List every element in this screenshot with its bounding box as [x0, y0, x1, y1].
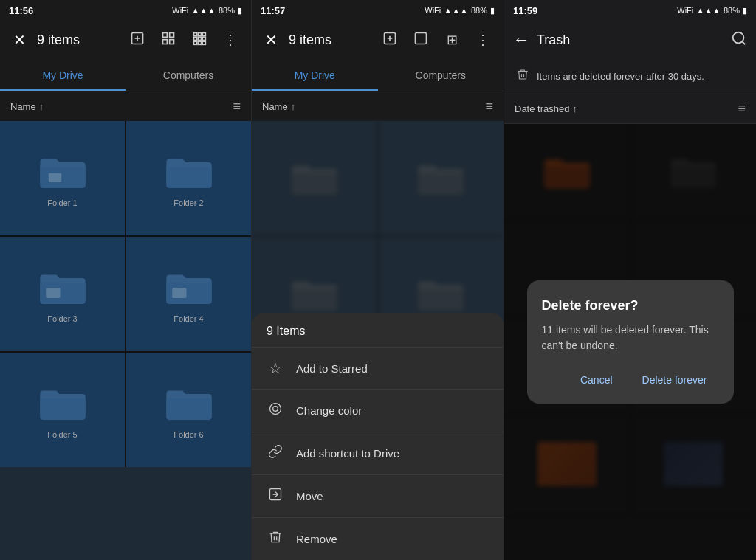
add-to-drive-icon-left[interactable] [126, 31, 149, 49]
context-menu: 9 Items ☆ Add to Starred Change color Ad… [252, 313, 504, 560]
tab-computers-middle[interactable]: Computers [378, 59, 504, 91]
wifi-icon-right: WiFi [677, 6, 693, 15]
svg-rect-9 [198, 37, 201, 40]
menu-item-remove[interactable]: Remove [252, 518, 504, 560]
svg-rect-1 [163, 32, 168, 37]
tabs-middle: My Drive Computers [252, 59, 504, 91]
dialog-buttons: Cancel Delete forever [542, 368, 719, 392]
folder-item-1[interactable]: Folder 1 [0, 121, 125, 235]
battery-right: 88% [724, 6, 740, 15]
sort-bar-middle: Name ↑ ≡ [252, 91, 504, 121]
tab-my-drive-middle[interactable]: My Drive [252, 59, 378, 91]
battery-icon-right: ▮ [743, 6, 747, 15]
dialog-body: 11 items will be deleted forever. This c… [542, 322, 719, 353]
time-middle: 11:57 [261, 5, 285, 16]
close-button-middle[interactable]: ✕ [261, 31, 281, 49]
folder-item-4[interactable]: Folder 4 [126, 237, 251, 351]
folder-icon-m4 [415, 272, 467, 317]
svg-rect-4 [170, 39, 174, 44]
middle-folder-2 [379, 121, 504, 235]
tabs-left: My Drive Computers [0, 59, 251, 91]
top-bar-left: ✕ 9 items ⋮ [0, 21, 251, 59]
delete-forever-button[interactable]: Delete forever [630, 368, 719, 392]
svg-rect-6 [198, 32, 201, 35]
menu-item-change-color[interactable]: Change color [252, 390, 504, 432]
top-bar-middle: ✕ 9 items ⊞ ⋮ [252, 21, 504, 59]
remove-icon [267, 530, 284, 548]
wifi-icon-left: WiFi [172, 6, 188, 15]
trash-grid-area: Delete forever? 11 items will be deleted… [504, 124, 756, 560]
folder-icon-5 [37, 381, 89, 426]
list-view-icon-left[interactable]: ≡ [233, 99, 241, 114]
grid-icon-middle[interactable]: ⊞ [440, 32, 464, 48]
folder-grid-left: Folder 1 Folder 2 [0, 121, 251, 467]
time-left: 11:56 [9, 5, 33, 16]
grid-icon-left[interactable] [188, 31, 211, 49]
view-toggle-icon-left[interactable] [157, 31, 180, 49]
view-toggle-icon-middle[interactable] [409, 31, 433, 49]
close-button-left[interactable]: ✕ [9, 31, 30, 49]
search-button-right[interactable] [731, 30, 747, 50]
folder-label-2: Folder 2 [168, 198, 209, 207]
svg-rect-12 [198, 41, 201, 44]
more-options-icon-middle[interactable]: ⋮ [471, 32, 495, 48]
menu-item-add-starred[interactable]: ☆ Add to Starred [252, 348, 504, 390]
list-view-icon-right[interactable]: ≡ [738, 101, 746, 117]
tab-computers-left[interactable]: Computers [126, 59, 251, 91]
status-bar-middle: 11:57 WiFi ▲▲▲ 88% ▮ [252, 0, 504, 21]
sort-bar-left: Name ↑ ≡ [0, 91, 251, 121]
status-icons-middle: WiFi ▲▲▲ 88% ▮ [425, 6, 495, 15]
folder-label-4: Folder 4 [168, 314, 209, 323]
svg-rect-7 [202, 32, 205, 35]
color-icon [267, 401, 284, 420]
cancel-button[interactable]: Cancel [568, 368, 625, 392]
page-title-right: Trash [537, 32, 724, 48]
status-icons-right: WiFi ▲▲▲ 88% ▮ [677, 6, 747, 15]
folder-icon-6 [163, 381, 215, 426]
add-to-drive-icon-middle[interactable] [378, 31, 402, 49]
list-view-icon-middle[interactable]: ≡ [485, 99, 493, 114]
svg-rect-2 [170, 32, 174, 37]
battery-middle: 88% [471, 6, 487, 15]
selection-count-middle: 9 items [289, 32, 371, 48]
sort-label-middle[interactable]: Name ↑ [262, 101, 295, 112]
svg-rect-10 [202, 37, 205, 40]
folder-item-2[interactable]: Folder 2 [126, 121, 251, 235]
svg-point-20 [273, 407, 278, 412]
svg-rect-15 [46, 288, 60, 298]
more-options-icon-left[interactable]: ⋮ [219, 32, 242, 48]
signal-icon-middle: ▲▲▲ [444, 6, 468, 15]
panel-right: 11:59 WiFi ▲▲▲ 88% ▮ ← Trash Items are d… [504, 0, 756, 560]
delete-forever-dialog: Delete forever? 11 items will be deleted… [527, 280, 734, 404]
menu-item-move[interactable]: Move [252, 475, 504, 518]
folder-label-5: Folder 5 [41, 430, 83, 439]
svg-rect-13 [202, 41, 205, 44]
sort-label-left[interactable]: Name ↑ [10, 101, 44, 112]
dialog-overlay: Delete forever? 11 items will be deleted… [504, 124, 756, 560]
folder-item-5[interactable]: Folder 5 [0, 353, 125, 467]
grid-area-left: Folder 1 Folder 2 [0, 121, 251, 560]
back-button-right[interactable]: ← [513, 30, 529, 49]
folder-icon-m3 [289, 272, 340, 317]
date-sort-label[interactable]: Date trashed ↑ [515, 103, 577, 114]
move-icon [267, 487, 284, 505]
signal-icon-left: ▲▲▲ [191, 6, 216, 15]
svg-rect-14 [48, 173, 61, 182]
signal-icon-right: ▲▲▲ [696, 6, 721, 15]
status-icons-left: WiFi ▲▲▲ 88% ▮ [172, 6, 242, 15]
folder-item-3[interactable]: Folder 3 [0, 237, 125, 351]
shortcut-icon [267, 444, 284, 463]
battery-icon-left: ▮ [238, 6, 242, 15]
star-icon: ☆ [267, 359, 284, 377]
folder-icon-3 [37, 266, 89, 310]
menu-item-add-shortcut[interactable]: Add shortcut to Drive [252, 432, 504, 475]
selection-count-left: 9 items [37, 32, 118, 48]
folder-icon-4 [163, 266, 215, 310]
tab-my-drive-left[interactable]: My Drive [0, 59, 126, 91]
battery-left: 88% [219, 6, 235, 15]
panel-left: 11:56 WiFi ▲▲▲ 88% ▮ ✕ 9 items ⋮ My Driv… [0, 0, 252, 560]
status-bar-right: 11:59 WiFi ▲▲▲ 88% ▮ [504, 0, 756, 21]
folder-item-6[interactable]: Folder 6 [126, 353, 251, 467]
folder-icon-m1 [289, 156, 340, 201]
panel-middle: 11:57 WiFi ▲▲▲ 88% ▮ ✕ 9 items ⊞ ⋮ My Dr… [252, 0, 504, 560]
